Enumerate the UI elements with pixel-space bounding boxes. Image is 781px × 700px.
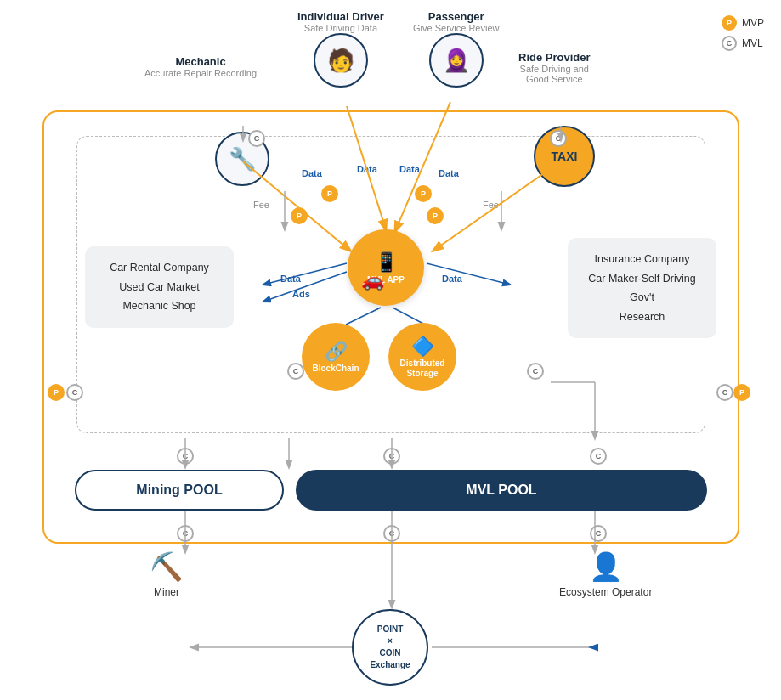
- outer-left-mvp-badge: P: [48, 384, 65, 401]
- data-label-5: Data: [280, 274, 301, 284]
- data-label-4: Data: [439, 168, 459, 178]
- left-service-box: Car Rental CompanyUsed Car MarketMechani…: [85, 246, 234, 328]
- blockchain-icon: 🔗: [325, 341, 348, 363]
- distributed-storage-circle: 🔷 DistributedStorage: [388, 323, 456, 391]
- passenger-actor: Passenger Give Service Review 🧕: [413, 10, 499, 91]
- exchange-label: Exchange: [370, 659, 410, 671]
- mechanic-arrow-mvp-badge: P: [291, 207, 308, 224]
- right-service-mvl-badge: C: [527, 363, 544, 380]
- bottom-mvl-badge-1: C: [177, 448, 194, 465]
- point-label: POINT: [377, 624, 404, 635]
- driver-mvp-badge: P: [321, 185, 338, 202]
- fee-right-label: Fee: [483, 200, 499, 210]
- data-label-1: Data: [302, 168, 322, 178]
- right-service-text: Insurance CompanyCar Maker-Self DrivingG…: [581, 250, 703, 326]
- bottom-mvl-badge-2: C: [383, 448, 400, 465]
- miner-label: Miner: [150, 586, 184, 598]
- right-service-bottom-mvl-badge: C: [590, 448, 607, 465]
- mvl-label: MVL: [742, 37, 763, 49]
- passenger-icon: 🧕: [429, 33, 484, 88]
- miner-mvl-badge: C: [177, 525, 194, 542]
- outer-right-mvl-badge: C: [716, 384, 733, 401]
- data-label-2: Data: [357, 164, 377, 174]
- outer-right-mvp-badge: P: [733, 384, 750, 401]
- legend-mvp: P MVP: [722, 15, 764, 31]
- data-label-6: Data: [442, 274, 462, 284]
- car-icon: 🚗: [361, 269, 384, 291]
- ride-provider-actor: Ride Provider Safe Driving and Good Serv…: [518, 51, 591, 84]
- mining-pool: Mining POOL: [75, 470, 284, 511]
- passenger-mvp-badge: P: [415, 185, 432, 202]
- ecosystem-label: Ecosystem Operator: [559, 586, 652, 598]
- distributed-label: DistributedStorage: [400, 358, 445, 379]
- left-service-mvl-badge: C: [287, 363, 304, 380]
- blockchain-circle: 🔗 BlockChain: [302, 323, 370, 391]
- legend-mvl: C MVL: [722, 36, 764, 51]
- driver-icon: 🧑: [314, 33, 368, 88]
- point-mvl-badge: C: [383, 525, 400, 542]
- mvl-app-circle: 📱 MVL APP: [348, 229, 424, 306]
- mvp-badge: P: [722, 15, 737, 31]
- mvp-label: MVP: [742, 17, 764, 29]
- right-service-box: Insurance CompanyCar Maker-Self DrivingG…: [568, 238, 716, 338]
- mechanic-actor: Mechanic Accurate Repair Recording: [144, 55, 257, 78]
- ads-label: Ads: [292, 289, 310, 299]
- miner-actor: ⛏️ Miner: [150, 550, 184, 598]
- outer-left-mvl-badge: C: [66, 384, 83, 401]
- mvl-pool: MVL POOL: [296, 470, 707, 511]
- ride-provider-mvl-badge: C: [550, 130, 567, 147]
- ride-provider-arrow-mvp-badge: P: [427, 207, 444, 224]
- individual-driver-actor: Individual Driver Safe Driving Data 🧑: [297, 10, 384, 91]
- diagram-container: P MVP C MVL: [0, 0, 781, 700]
- mvl-badge: C: [722, 36, 737, 51]
- ecosystem-mvl-badge: C: [590, 525, 607, 542]
- times-label: ×: [388, 635, 393, 647]
- data-label-3: Data: [399, 164, 420, 174]
- ecosystem-icon: 👤: [559, 550, 652, 583]
- blockchain-label: BlockChain: [312, 364, 359, 373]
- legend: P MVP C MVL: [722, 15, 764, 51]
- coin-label: COIN: [380, 647, 401, 659]
- ecosystem-operator-actor: 👤 Ecosystem Operator: [559, 550, 652, 598]
- miner-icon: ⛏️: [150, 550, 184, 583]
- fee-left-label: Fee: [253, 200, 269, 210]
- distributed-icon: 🔷: [411, 336, 434, 358]
- pool-row: Mining POOL MVL POOL: [75, 470, 707, 511]
- point-exchange-circle: POINT × COIN Exchange: [352, 609, 428, 686]
- left-service-text: Car Rental CompanyUsed Car MarketMechani…: [99, 258, 220, 316]
- mechanic-mvl-badge: C: [248, 130, 265, 147]
